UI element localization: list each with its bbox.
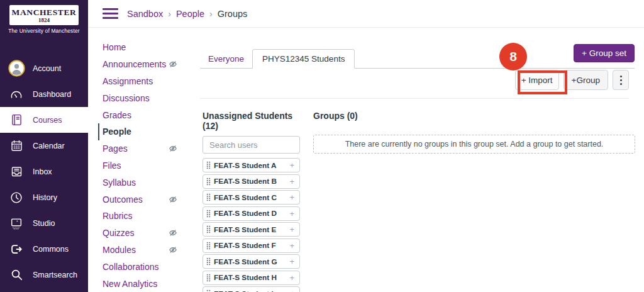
drag-handle-icon[interactable] bbox=[206, 242, 211, 250]
drag-handle-icon[interactable] bbox=[206, 289, 211, 292]
groups-empty-message: There are currently no groups in this gr… bbox=[345, 140, 604, 149]
sidebar-item-dashboard[interactable]: Dashboard bbox=[0, 81, 88, 107]
student-card[interactable]: FEAT-S Student C + bbox=[203, 190, 300, 205]
sidebar-item-history[interactable]: History bbox=[0, 184, 88, 210]
hidden-eye-icon bbox=[169, 195, 177, 204]
sidebar-item-studio[interactable]: Studio bbox=[0, 210, 88, 236]
student-name: FEAT-S Student I bbox=[214, 289, 286, 292]
avatar-icon bbox=[8, 60, 25, 77]
kebab-menu-button[interactable] bbox=[613, 70, 629, 90]
course-nav-syllabus[interactable]: Syllabus bbox=[88, 174, 195, 191]
university-logo[interactable]: MANCHESTER 1824 The University of Manche… bbox=[0, 0, 88, 34]
drag-handle-icon[interactable] bbox=[206, 161, 211, 169]
student-card[interactable]: FEAT-S Student H + bbox=[203, 271, 300, 285]
course-nav-home[interactable]: Home bbox=[88, 39, 195, 56]
course-nav-modules[interactable]: Modules bbox=[88, 242, 195, 259]
sidebar-item-calendar[interactable]: Calendar bbox=[0, 133, 88, 159]
sidebar-item-account[interactable]: Account bbox=[0, 55, 88, 81]
add-group-button[interactable]: +Group bbox=[564, 70, 608, 90]
drag-handle-icon[interactable] bbox=[206, 193, 211, 201]
course-nav-discussions[interactable]: Discussions bbox=[88, 89, 195, 106]
student-card[interactable]: FEAT-S Student I + bbox=[203, 286, 300, 292]
breadcrumb-people[interactable]: People bbox=[176, 9, 204, 19]
student-card[interactable]: FEAT-S Student B + bbox=[203, 174, 300, 189]
drag-handle-icon[interactable] bbox=[206, 225, 211, 233]
sidebar-item-label: Account bbox=[33, 64, 61, 73]
student-name: FEAT-S Student D bbox=[214, 209, 286, 218]
course-nav-new-analytics[interactable]: New Analytics bbox=[88, 275, 195, 292]
student-name: FEAT-S Student H bbox=[214, 273, 286, 282]
tab-phys12345-students[interactable]: PHYS12345 Students bbox=[252, 49, 355, 69]
course-nav-pages[interactable]: Pages bbox=[88, 140, 195, 157]
breadcrumb-separator: › bbox=[209, 9, 213, 19]
drag-handle-icon[interactable] bbox=[206, 210, 211, 218]
student-card[interactable]: FEAT-S Student G + bbox=[203, 254, 300, 269]
add-to-group-icon[interactable]: + bbox=[289, 177, 294, 186]
hidden-eye-icon bbox=[169, 228, 177, 237]
student-card[interactable]: FEAT-S Student A + bbox=[203, 158, 300, 172]
add-to-group-icon[interactable]: + bbox=[289, 225, 294, 233]
sidebar-item-label: Calendar bbox=[33, 142, 65, 150]
logo-year: 1824 bbox=[9, 17, 79, 23]
groups-panel: Groups (0) There are currently no groups… bbox=[313, 111, 635, 154]
dashboard-icon bbox=[8, 87, 25, 101]
add-to-group-icon[interactable]: + bbox=[289, 289, 294, 292]
student-name: FEAT-S Student E bbox=[214, 225, 286, 234]
hidden-eye-icon bbox=[169, 245, 177, 254]
groups-empty-state: There are currently no groups in this gr… bbox=[313, 135, 635, 154]
sidebar-item-courses[interactable]: Courses bbox=[0, 107, 88, 133]
annotation-highlight-box bbox=[518, 70, 567, 94]
course-nav-announcements[interactable]: Announcements bbox=[88, 56, 195, 73]
course-nav-quizzes[interactable]: Quizzes bbox=[88, 225, 195, 242]
unassigned-students-panel: Unassigned Students (12) FEAT-S Student … bbox=[203, 111, 300, 292]
breadcrumb: Sandbox › People › Groups bbox=[127, 9, 247, 19]
inbox-icon bbox=[8, 165, 25, 178]
hamburger-menu-icon[interactable] bbox=[103, 8, 118, 19]
courses-icon bbox=[8, 113, 25, 126]
breadcrumb-sandbox[interactable]: Sandbox bbox=[127, 9, 163, 19]
sidebar-item-commons[interactable]: Commons bbox=[0, 236, 88, 262]
course-nav-people[interactable]: People bbox=[98, 123, 195, 140]
student-name: FEAT-S Student F bbox=[214, 241, 286, 250]
course-nav-collaborations[interactable]: Collaborations bbox=[88, 258, 195, 275]
add-to-group-icon[interactable]: + bbox=[289, 161, 294, 169]
groups-heading: Groups (0) bbox=[313, 111, 635, 121]
drag-handle-icon[interactable] bbox=[206, 257, 211, 266]
sidebar-item-label: Inbox bbox=[33, 167, 52, 176]
student-name: FEAT-S Student C bbox=[214, 193, 286, 202]
tab-everyone[interactable]: Everyone bbox=[200, 49, 252, 68]
sidebar-item-label: Dashboard bbox=[33, 90, 71, 99]
add-to-group-icon[interactable]: + bbox=[289, 257, 294, 266]
student-name: FEAT-S Student A bbox=[214, 161, 286, 170]
global-sidebar: MANCHESTER 1824 The University of Manche… bbox=[0, 0, 88, 292]
drag-handle-icon[interactable] bbox=[206, 274, 211, 282]
add-to-group-icon[interactable]: + bbox=[289, 242, 294, 250]
course-nav-outcomes[interactable]: Outcomes bbox=[88, 191, 195, 208]
history-clock-icon bbox=[8, 191, 25, 205]
sidebar-item-label: History bbox=[33, 193, 57, 202]
global-nav-items: Account Dashboard Courses Calendar Inbox bbox=[0, 55, 88, 288]
add-to-group-icon[interactable]: + bbox=[289, 193, 294, 201]
course-nav: Home Announcements Assignments Discussio… bbox=[88, 39, 195, 292]
student-card[interactable]: FEAT-S Student E + bbox=[203, 222, 300, 237]
course-nav-assignments[interactable]: Assignments bbox=[88, 73, 195, 90]
course-nav-rubrics[interactable]: Rubrics bbox=[88, 208, 195, 225]
drag-handle-icon[interactable] bbox=[206, 177, 211, 186]
kebab-icon bbox=[620, 79, 622, 81]
student-name: FEAT-S Student B bbox=[214, 177, 286, 186]
sidebar-item-label: Studio bbox=[33, 219, 55, 228]
course-nav-files[interactable]: Files bbox=[88, 157, 195, 174]
sidebar-item-label: Commons bbox=[33, 245, 69, 254]
search-users-input[interactable] bbox=[203, 136, 300, 154]
sidebar-item-smartsearch[interactable]: Smartsearch bbox=[0, 262, 88, 288]
sidebar-item-inbox[interactable]: Inbox bbox=[0, 159, 88, 184]
student-card[interactable]: FEAT-S Student D + bbox=[203, 206, 300, 221]
course-nav-grades[interactable]: Grades bbox=[88, 106, 195, 123]
sidebar-item-label: Courses bbox=[33, 116, 62, 125]
sidebar-item-label: Smartsearch bbox=[33, 271, 77, 279]
student-card[interactable]: FEAT-S Student F + bbox=[203, 239, 300, 253]
calendar-icon bbox=[8, 139, 25, 152]
add-to-group-icon[interactable]: + bbox=[289, 274, 294, 282]
add-to-group-icon[interactable]: + bbox=[289, 210, 294, 218]
hidden-eye-icon bbox=[169, 60, 177, 69]
